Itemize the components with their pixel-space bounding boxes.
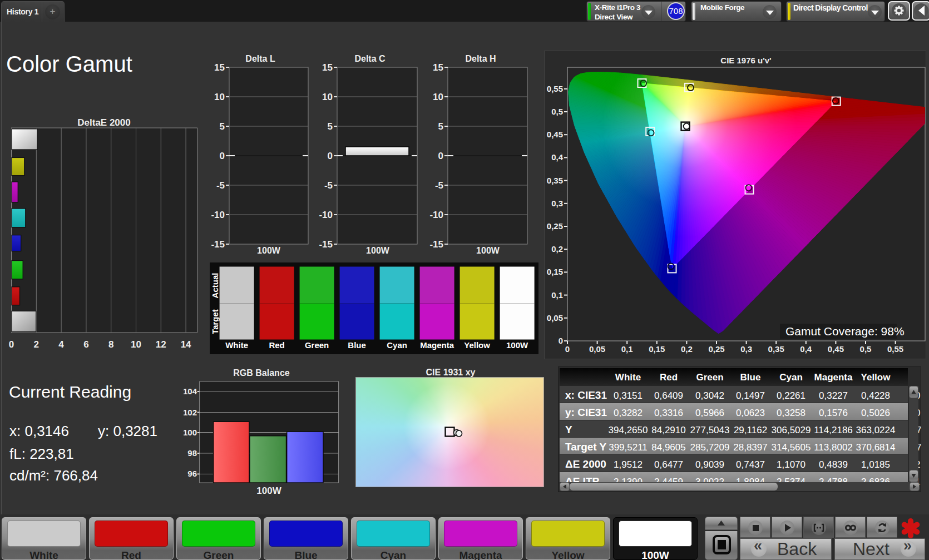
svg-text:Red: Red — [660, 372, 678, 383]
svg-text:5: 5 — [220, 121, 225, 132]
svg-text:113,8002: 113,8002 — [814, 442, 853, 453]
svg-text:Delta L: Delta L — [245, 54, 275, 63]
svg-text:96: 96 — [187, 469, 197, 478]
svg-text:0,55: 0,55 — [887, 344, 903, 354]
svg-text:12: 12 — [156, 339, 166, 350]
svg-text:0,3: 0,3 — [551, 199, 563, 208]
svg-text:Delta H: Delta H — [465, 54, 496, 63]
svg-text:Gamut Coverage: 98%: Gamut Coverage: 98% — [785, 325, 905, 338]
svg-text:394,2650: 394,2650 — [609, 425, 648, 435]
svg-text:0: 0 — [9, 339, 14, 350]
svg-text:100W: 100W — [476, 246, 500, 255]
svg-text:0,4: 0,4 — [800, 344, 812, 354]
svg-text:0,4: 0,4 — [551, 152, 564, 162]
svg-text:ΔE 2000: ΔE 2000 — [565, 458, 606, 470]
svg-text:98: 98 — [187, 448, 197, 458]
svg-text:100: 100 — [184, 428, 197, 437]
svg-text:104: 104 — [184, 386, 197, 396]
svg-text:Green: Green — [696, 372, 723, 383]
svg-text:Magenta: Magenta — [420, 340, 454, 350]
svg-text:84,9605: 84,9605 — [651, 442, 685, 453]
svg-text:0,55: 0,55 — [547, 84, 563, 93]
svg-text:114,2186: 114,2186 — [814, 425, 853, 435]
svg-text:6: 6 — [83, 339, 88, 350]
svg-text:363,0224: 363,0224 — [856, 425, 896, 435]
svg-text:314,5605: 314,5605 — [772, 442, 811, 453]
svg-text:Target Y: Target Y — [565, 441, 607, 453]
svg-text:-15: -15 — [319, 239, 333, 250]
svg-text:-10: -10 — [211, 210, 225, 220]
svg-text:0,05: 0,05 — [547, 313, 563, 323]
svg-text:10: 10 — [214, 92, 225, 102]
svg-text:0,05: 0,05 — [589, 344, 605, 354]
svg-text:0,3227: 0,3227 — [819, 390, 848, 401]
svg-text:5: 5 — [328, 121, 333, 132]
svg-text:0,2: 0,2 — [681, 344, 693, 354]
svg-text:0,15: 0,15 — [547, 267, 563, 276]
svg-text:Blue: Blue — [740, 372, 761, 383]
svg-text:Blue: Blue — [348, 340, 366, 350]
svg-text:x: CIE31: x: CIE31 — [565, 389, 607, 401]
svg-text:0,7437: 0,7437 — [736, 459, 765, 470]
svg-text:10: 10 — [433, 92, 443, 102]
svg-text:15: 15 — [433, 62, 443, 73]
svg-text:RGB Balance: RGB Balance — [233, 368, 289, 378]
svg-text:Yellow: Yellow — [861, 372, 891, 383]
svg-text:0,6409: 0,6409 — [654, 390, 683, 401]
svg-text:4: 4 — [58, 339, 64, 350]
svg-text:0,0623: 0,0623 — [736, 408, 765, 418]
svg-text:399,5211: 399,5211 — [609, 442, 648, 453]
svg-text:-5: -5 — [216, 180, 225, 191]
svg-text:15: 15 — [322, 62, 333, 73]
svg-text:29,1162: 29,1162 — [734, 425, 767, 435]
svg-text:0,35: 0,35 — [547, 176, 563, 185]
svg-text:0,15: 0,15 — [649, 344, 665, 354]
svg-text:5: 5 — [438, 121, 443, 132]
svg-text:277,5043: 277,5043 — [690, 425, 730, 435]
svg-text:0: 0 — [559, 336, 563, 345]
svg-text:0,1497: 0,1497 — [736, 390, 765, 401]
svg-text:1,9512: 1,9512 — [614, 459, 643, 470]
svg-text:Red: Red — [269, 340, 284, 350]
svg-text:-15: -15 — [211, 239, 225, 250]
svg-text:0,5966: 0,5966 — [695, 408, 724, 418]
svg-text:10: 10 — [322, 92, 333, 102]
svg-text:84,2910: 84,2910 — [651, 425, 685, 435]
svg-text:Delta C: Delta C — [354, 54, 386, 63]
svg-text:0,5026: 0,5026 — [861, 408, 890, 418]
svg-text:28,8397: 28,8397 — [733, 442, 767, 453]
svg-text:0,3151: 0,3151 — [614, 390, 643, 401]
svg-text:-5: -5 — [435, 180, 443, 191]
svg-text:0,1576: 0,1576 — [819, 408, 848, 418]
svg-text:Green: Green — [305, 340, 329, 350]
svg-text:14: 14 — [181, 339, 191, 350]
svg-text:370,6814: 370,6814 — [856, 442, 896, 453]
svg-text:0,2261: 0,2261 — [777, 390, 806, 401]
svg-text:0,3316: 0,3316 — [654, 408, 683, 418]
svg-text:0,25: 0,25 — [708, 344, 724, 354]
svg-text:306,5029: 306,5029 — [772, 425, 811, 435]
svg-text:285,7209: 285,7209 — [690, 442, 730, 453]
svg-text:0: 0 — [565, 344, 570, 354]
svg-text:15: 15 — [214, 62, 225, 73]
svg-text:1,0185: 1,0185 — [861, 459, 890, 470]
svg-text:0,45: 0,45 — [547, 130, 563, 139]
svg-text:DeltaE 2000: DeltaE 2000 — [77, 117, 130, 128]
svg-text:White: White — [225, 340, 248, 350]
svg-text:0,3258: 0,3258 — [777, 408, 806, 418]
svg-text:White: White — [615, 372, 641, 383]
svg-text:0: 0 — [328, 151, 333, 161]
svg-text:0,1: 0,1 — [621, 344, 633, 354]
svg-text:0,4839: 0,4839 — [819, 459, 848, 470]
svg-text:0,3042: 0,3042 — [695, 390, 724, 401]
svg-text:-15: -15 — [429, 239, 443, 250]
svg-text:0,3: 0,3 — [740, 344, 752, 354]
svg-text:0,25: 0,25 — [547, 221, 563, 231]
svg-text:CIE 1976 u'v': CIE 1976 u'v' — [720, 56, 771, 65]
svg-text:Magenta: Magenta — [814, 372, 853, 383]
svg-text:100W: 100W — [366, 246, 390, 255]
svg-text:0,5: 0,5 — [860, 344, 872, 354]
svg-text:0: 0 — [220, 151, 225, 161]
svg-text:0,6477: 0,6477 — [654, 459, 683, 470]
svg-text:0,4228: 0,4228 — [861, 390, 890, 401]
